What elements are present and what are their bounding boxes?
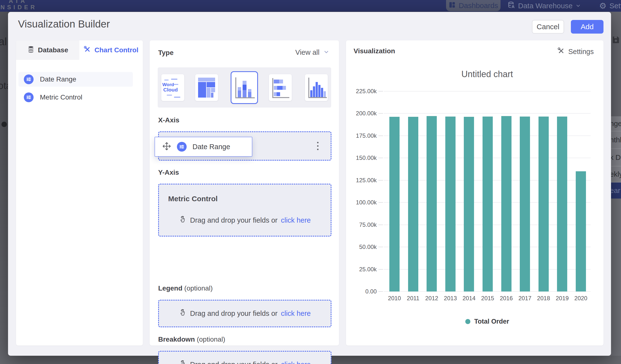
sidebar-field-date-range[interactable]: Date Range bbox=[18, 72, 133, 87]
tune-icon bbox=[177, 142, 187, 152]
fields-panel: Database Chart Control Date RangeMetric … bbox=[16, 40, 143, 346]
bar-2010 bbox=[389, 117, 399, 292]
y-tick bbox=[379, 136, 383, 136]
y-tick-label: 225.00k bbox=[343, 88, 377, 95]
y-tick bbox=[379, 291, 383, 292]
tune-icon bbox=[24, 92, 34, 102]
y-tick-label: 125.00k bbox=[343, 177, 377, 184]
chart-type-horizontal-bar[interactable] bbox=[269, 74, 292, 101]
word-cloud-text: Cloud bbox=[163, 87, 178, 93]
y-axis-heading: Y-Axis bbox=[158, 169, 179, 176]
y-zone-title: Metric Control bbox=[168, 195, 218, 203]
cancel-button[interactable]: Cancel bbox=[532, 20, 564, 34]
type-heading: Type bbox=[158, 49, 173, 57]
bar-2015 bbox=[483, 117, 493, 292]
x-tick-label: 2020 bbox=[571, 295, 591, 302]
chevron-down-icon bbox=[323, 48, 329, 56]
y-tick bbox=[379, 158, 383, 158]
word-cloud-text: Word bbox=[162, 82, 174, 87]
hand-tap-icon bbox=[179, 216, 187, 225]
chart-type-strip: Word Cloud bbox=[158, 67, 331, 107]
bar-2012 bbox=[427, 116, 437, 292]
nav-item-dashboards[interactable]: Dashboards bbox=[446, 0, 500, 11]
y-tick bbox=[379, 91, 383, 91]
bar-2016 bbox=[501, 116, 512, 292]
bar-2013 bbox=[445, 117, 456, 292]
nav-settings-label: Settings bbox=[609, 2, 621, 10]
visualization-panel: Visualization Settings Untitled chart To… bbox=[346, 40, 604, 346]
y-tick-label: 100.00k bbox=[343, 199, 377, 206]
chart-type-word-cloud[interactable]: Word Cloud bbox=[161, 74, 184, 101]
x-tick-label: 2018 bbox=[534, 295, 553, 302]
x-tick-label: 2012 bbox=[422, 295, 441, 302]
y-tick bbox=[379, 113, 383, 114]
breakdown-dropzone[interactable]: Drag and drop your fields or click here bbox=[158, 351, 331, 364]
y-tick-label: 175.00k bbox=[343, 132, 377, 139]
y-axis-dropzone[interactable]: Metric Control Drag and drop your fields… bbox=[158, 184, 331, 237]
chart-type-stacked-column[interactable] bbox=[231, 71, 258, 104]
bar-2017 bbox=[520, 117, 530, 292]
modal-title: Visualization Builder bbox=[18, 18, 110, 30]
tools-icon bbox=[84, 46, 91, 55]
nav-item-settings[interactable]: ⚙ Settings bbox=[599, 0, 621, 12]
bar-2020 bbox=[576, 171, 586, 292]
dropzone-hint: Drag and drop your fields or bbox=[190, 361, 277, 364]
dropzone-hint: Drag and drop your fields or bbox=[190, 310, 277, 317]
y-tick-label: 25.00k bbox=[343, 266, 377, 273]
click-here-link[interactable]: click here bbox=[281, 310, 311, 317]
y-tick-label: 200.00k bbox=[343, 110, 377, 117]
chevron-down-icon bbox=[575, 2, 581, 10]
save-icon bbox=[612, 35, 620, 45]
bg-text-fragment: al bbox=[0, 35, 7, 48]
bar-2011 bbox=[408, 117, 418, 292]
gridline bbox=[384, 91, 591, 91]
legend-label: Total Order bbox=[474, 318, 509, 325]
x-tick-label: 2016 bbox=[497, 295, 516, 302]
bar-2018 bbox=[538, 117, 549, 292]
x-tick-label: 2010 bbox=[385, 295, 404, 302]
builder-panel: Type View all Word Cloud bbox=[150, 40, 339, 346]
tab-database[interactable]: Database bbox=[16, 40, 79, 60]
x-tick-label: 2013 bbox=[441, 295, 460, 302]
chart-legend: Total Order bbox=[384, 318, 591, 325]
click-here-link[interactable]: click here bbox=[281, 216, 311, 224]
hand-tap-icon bbox=[179, 360, 187, 364]
tab-chart-control[interactable]: Chart Control bbox=[79, 40, 143, 60]
x-tick-label: 2019 bbox=[552, 295, 572, 302]
y-tick bbox=[379, 225, 383, 225]
nav-item-data-warehouse[interactable]: Data Warehouse bbox=[507, 0, 581, 12]
x-axis-heading: X-Axis bbox=[158, 116, 179, 124]
legend-dot bbox=[465, 319, 470, 324]
chart-type-treemap[interactable] bbox=[195, 74, 218, 101]
drag-card-label: Date Range bbox=[192, 143, 230, 151]
gear-icon: ⚙ bbox=[599, 0, 606, 12]
view-all-label: View all bbox=[295, 48, 320, 56]
x-tick-label: 2017 bbox=[515, 295, 535, 302]
add-button[interactable]: Add bbox=[571, 20, 604, 34]
click-here-link[interactable]: click here bbox=[281, 361, 311, 364]
dashboard-grid-icon bbox=[448, 1, 456, 10]
kebab-menu-icon[interactable] bbox=[317, 142, 319, 150]
tune-icon bbox=[24, 74, 34, 84]
y-tick-label: 0.00 bbox=[343, 288, 377, 295]
bar-2014 bbox=[464, 117, 474, 292]
dragged-field-date-range[interactable]: Date Range bbox=[155, 137, 252, 157]
y-tick-label: 50.00k bbox=[343, 243, 377, 250]
tab-database-label: Database bbox=[38, 46, 68, 54]
top-nav: ATA NSIDER Dashboards Data Warehouse ⚙ S… bbox=[0, 0, 621, 12]
y-tick-label: 75.00k bbox=[343, 221, 377, 228]
move-icon bbox=[162, 142, 171, 152]
x-tick-label: 2015 bbox=[478, 295, 497, 302]
chart-type-column[interactable] bbox=[305, 74, 328, 101]
hand-tap-icon bbox=[179, 309, 187, 318]
logo-text-top: ATA bbox=[9, 0, 27, 4]
field-label: Metric Control bbox=[40, 93, 82, 101]
nav-data-warehouse-label: Data Warehouse bbox=[518, 2, 572, 10]
view-all-dropdown[interactable]: View all bbox=[295, 48, 329, 56]
bar-2019 bbox=[557, 117, 567, 292]
y-tick bbox=[379, 180, 383, 181]
legend-dropzone[interactable]: Drag and drop your fields or click here bbox=[158, 300, 331, 327]
legend-heading: Legend (optional) bbox=[158, 284, 213, 292]
sidebar-field-metric-control[interactable]: Metric Control bbox=[18, 90, 133, 105]
database-user-icon bbox=[507, 1, 515, 11]
